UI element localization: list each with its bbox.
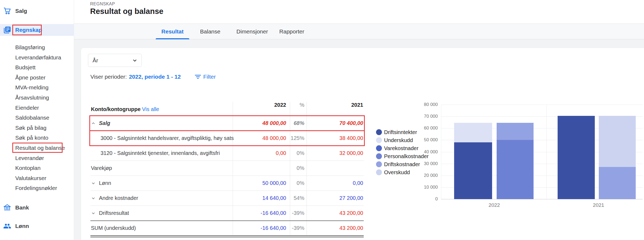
y-axis-tick: 10 000	[406, 185, 438, 190]
sidebar-item-bilagsf-ring[interactable]: Bilagsføring	[0, 42, 74, 52]
bar-segment-driftsinntekter[interactable]	[454, 142, 492, 199]
cell-value-2022	[233, 161, 286, 176]
sidebar-item-s-k-p-konto[interactable]: Søk på konto	[0, 133, 74, 143]
cart-icon	[3, 7, 11, 15]
gridline	[441, 105, 643, 105]
bank-icon	[3, 204, 11, 212]
sidebar-item-budsjett[interactable]: Budsjett	[0, 62, 74, 73]
tab-dimensjoner[interactable]: Dimensjoner	[229, 24, 275, 39]
gridline-vertical	[546, 105, 547, 199]
legend-color-dot	[376, 145, 382, 151]
table-row-driftsresultat[interactable]: Driftsresultat-16 640,00-39%43 200,00	[90, 206, 364, 221]
sidebar-item-label: Leverandør	[15, 155, 44, 161]
sidebar-item-regnskap[interactable]: Regnskap	[0, 24, 74, 36]
cell-value-2021: 0,00	[310, 176, 363, 191]
cell-value-2022: 14 640,00	[233, 191, 286, 205]
row-label-text: 3120 - Salgsinntekt tjenester, innenland…	[101, 150, 220, 156]
sidebar-item-pne-poster[interactable]: Åpne poster	[0, 73, 74, 83]
cell-value-2021: 27 200,00	[310, 191, 363, 205]
cell-value-2021	[310, 161, 363, 176]
row-label: Lønn	[91, 176, 111, 191]
page-title: Resultat og balanse	[90, 7, 163, 16]
sidebar-item-bank[interactable]: Bank	[0, 202, 74, 213]
row-label: Driftsresultat	[91, 206, 129, 220]
table-row-l-nn[interactable]: Lønn50 000,000%0,00	[90, 176, 364, 191]
cell-percent: 0%	[290, 176, 304, 191]
bar-2022-costs[interactable]	[497, 123, 534, 199]
chevron-down-icon[interactable]	[91, 211, 96, 216]
row-label: Salg	[91, 116, 110, 131]
period-link[interactable]: 2022, periode 1 - 12	[129, 74, 181, 80]
sidebar-item-leverand-r[interactable]: Leverandør	[0, 153, 74, 163]
row-label-text: Varekjøp	[91, 165, 112, 171]
sidebar-item-resultat-og-balanse[interactable]: Resultat og balanse	[0, 143, 74, 153]
cell-percent: 68%	[290, 116, 304, 131]
tab-bar: ResultatBalanseDimensjonerRapporter	[74, 24, 644, 39]
cell-value-2021: 43 200,00	[310, 206, 363, 220]
y-axis-tick: 20 000	[406, 173, 438, 178]
chevron-down-icon[interactable]	[91, 196, 96, 201]
bar-segment-driftsinntekter[interactable]	[558, 116, 595, 199]
bar-segment-personalkostnader[interactable]	[497, 140, 534, 199]
tab-rapporter[interactable]: Rapporter	[271, 24, 312, 39]
filter-button[interactable]: Filter	[195, 74, 216, 80]
bar-segment-driftskostnader[interactable]	[599, 167, 636, 199]
tab-balanse[interactable]: Balanse	[193, 24, 228, 39]
tab-resultat[interactable]: Resultat	[156, 24, 189, 39]
sidebar-item-fordelingsn-kler[interactable]: Fordelingsnøkler	[0, 183, 74, 193]
row-label: Andre kostnader	[91, 191, 138, 205]
cell-percent: -39%	[290, 221, 304, 235]
sidebar-item-lonn[interactable]: Lønn	[0, 220, 74, 232]
sidebar-item-rsavslutning[interactable]: Årsavslutning	[0, 93, 74, 103]
sidebar-item-label: MVA-melding	[15, 84, 48, 91]
table-row-3120: 3120 - Salgsinntekt tjenester, innenland…	[90, 146, 364, 161]
sidebar-item-label: Valutakurser	[15, 175, 46, 181]
sidebar-item-s-k-p-bilag[interactable]: Søk på bilag	[0, 123, 74, 133]
row-label-text: Driftsresultat	[99, 210, 129, 216]
bar-segment-underskudd[interactable]	[454, 123, 492, 142]
show-all-link[interactable]: Vis alle	[142, 106, 159, 112]
row-label: 3000 - Salgsinntekt handelsvarer, avgift…	[101, 131, 234, 146]
table-row-andre-kostnader[interactable]: Andre kostnader14 640,0054%27 200,00	[90, 191, 364, 206]
row-label-text: 3000 - Salgsinntekt handelsvarer, avgift…	[101, 135, 234, 141]
column-header-percent: %	[290, 102, 304, 108]
bar-2022-income[interactable]	[454, 123, 492, 199]
bar-2021-costs[interactable]	[599, 116, 636, 199]
filter-icon	[195, 74, 201, 79]
y-axis-tick: 60 000	[406, 125, 438, 131]
bar-2021-income[interactable]	[558, 116, 595, 199]
chevron-down-icon[interactable]	[91, 181, 96, 186]
sidebar: Salg Regnskap BilagsføringLeverandørfakt…	[0, 0, 74, 240]
result-table: Konto/kontogruppe Vis alle 2022 % 2021 S…	[90, 102, 364, 237]
cell-value-2021: 70 400,00	[310, 116, 363, 131]
sidebar-item-eiendeler[interactable]: Eiendeler	[0, 103, 74, 113]
sidebar-item-saldobalanse[interactable]: Saldobalanse	[0, 113, 74, 123]
sidebar-item-label: Resultat og balanse	[15, 145, 65, 151]
cell-value-2022: 48 000,00	[233, 131, 286, 146]
chart-plot-area: 010 00020 00030 00040 00050 00060 00070 …	[441, 105, 643, 199]
cell-value-2022: -16 640,00	[233, 206, 286, 220]
x-axis-label: 2022	[467, 202, 521, 208]
sidebar-item-leverand-rfaktura[interactable]: Leverandørfaktura	[0, 52, 74, 63]
table-row-salg[interactable]: Salg48 000,0068%70 400,00	[90, 116, 364, 131]
legend-color-dot	[376, 161, 382, 167]
page-header: REGNSKAP Resultat og balanse	[74, 0, 644, 24]
sidebar-item-label: Åpne poster	[15, 74, 45, 81]
cell-value-2022: 50 000,00	[233, 176, 286, 191]
sidebar-item-valutakurser[interactable]: Valutakurser	[0, 173, 74, 183]
cell-value-2021: 43 200,00	[310, 221, 363, 235]
period-type-dropdown[interactable]: År	[88, 54, 142, 67]
chevron-up-icon[interactable]	[91, 121, 96, 126]
period-row: Viser perioder: 2022, periode 1 - 12 Fil…	[90, 74, 216, 80]
sidebar-item-mva-melding[interactable]: MVA-melding	[0, 82, 74, 93]
legend-color-dot	[376, 169, 382, 175]
bar-segment-overskudd[interactable]	[599, 116, 636, 167]
sidebar-item-salg[interactable]: Salg	[0, 5, 74, 17]
sidebar-item-label: Bilagsføring	[15, 44, 45, 51]
bar-segment-driftskostnader[interactable]	[497, 123, 534, 140]
period-prefix: Viser perioder:	[90, 74, 127, 80]
sidebar-item-label: Søk på konto	[15, 135, 48, 141]
gridline-vertical	[441, 105, 441, 199]
row-label: 3120 - Salgsinntekt tjenester, innenland…	[101, 146, 220, 161]
sidebar-item-kontoplan[interactable]: Kontoplan	[0, 163, 74, 173]
